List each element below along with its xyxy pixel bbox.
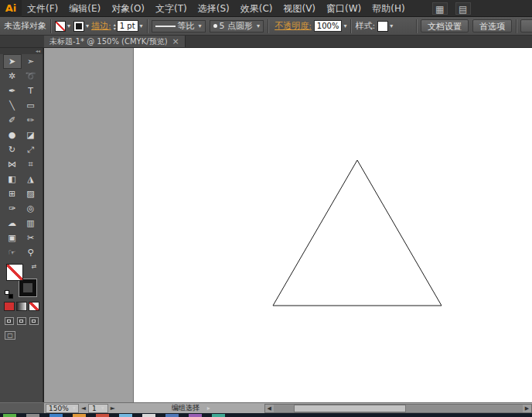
swap-fill-stroke-icon[interactable]: ⇄ — [32, 263, 37, 270]
width-tool[interactable]: ⋈ — [3, 157, 22, 172]
draw-normal-mode-icon[interactable] — [5, 317, 14, 325]
direct-selection-tool[interactable]: ➣ — [22, 54, 40, 69]
fill-dropdown-icon[interactable]: ▾ — [67, 22, 70, 29]
gradient-button[interactable] — [16, 302, 27, 311]
pen-tool[interactable]: ✒ — [3, 84, 22, 98]
preferences-button[interactable]: 首选项 — [472, 19, 512, 32]
rotate-tool[interactable]: ↻ — [3, 142, 22, 157]
menu-select[interactable]: 选择(S) — [193, 0, 235, 17]
line-segment-tool[interactable]: ╲ — [3, 98, 22, 113]
opacity-dropdown-icon[interactable]: ▾ — [343, 22, 346, 29]
artboard-tool[interactable]: ▣ — [3, 231, 22, 245]
draw-behind-mode-icon[interactable] — [17, 317, 26, 325]
type-tool[interactable]: T — [22, 84, 40, 98]
taskbar-icon-7[interactable] — [165, 414, 179, 417]
taskbar-icon-1[interactable] — [26, 414, 39, 417]
hand-tool[interactable]: ☞ — [3, 245, 22, 260]
taskbar-icon-6[interactable] — [142, 414, 155, 417]
stepper-down-icon[interactable]: ▾ — [114, 26, 116, 30]
scroll-left-icon[interactable]: ◀ — [265, 405, 274, 412]
status-display[interactable]: 编组选择 ▸ — [118, 403, 264, 413]
panel-collapse-toggle[interactable]: ◂◂ — [0, 48, 43, 54]
color-button[interactable] — [4, 302, 15, 311]
graph-tool[interactable]: ▥ — [22, 216, 40, 231]
workspace-switcher-icon[interactable]: ▤ — [455, 2, 471, 15]
menu-effect[interactable]: 效果(C) — [235, 0, 278, 17]
selection-tool[interactable]: ➤ — [3, 54, 22, 69]
windows-taskbar[interactable] — [0, 413, 532, 417]
menu-file[interactable]: 文件(F) — [22, 0, 63, 17]
rectangle-tool[interactable]: ▭ — [22, 98, 40, 113]
lasso-tool[interactable]: ➰ — [22, 69, 40, 84]
stroke-weight-input[interactable]: 1 pt — [117, 20, 138, 32]
stroke-dropdown-icon[interactable]: ▾ — [86, 22, 89, 29]
perspective-grid-tool[interactable]: ◮ — [22, 172, 40, 186]
pasteboard[interactable] — [44, 48, 133, 402]
opacity-input[interactable]: 100% — [314, 20, 343, 32]
width-profile-select[interactable]: 等比 ▾ — [152, 20, 206, 32]
style-swatch[interactable] — [377, 21, 388, 32]
symbol-sprayer-tool[interactable]: ☁ — [3, 216, 22, 231]
stroke-panel-link[interactable]: 描边: — [91, 20, 111, 32]
brush-definition-select[interactable]: 5 点圆形 ▾ — [210, 20, 264, 32]
stroke-weight-dropdown-icon[interactable]: ▾ — [140, 22, 143, 29]
taskbar-icon-2[interactable] — [49, 414, 63, 417]
scroll-right-icon[interactable]: ▶ — [523, 405, 531, 412]
stroke-weight-stepper[interactable]: ▴ ▾ — [114, 20, 116, 32]
blob-brush-tool[interactable]: ● — [3, 128, 22, 142]
menu-help[interactable]: 帮助(H) — [367, 0, 410, 17]
next-artboard-icon[interactable]: ► — [108, 405, 118, 412]
menu-object[interactable]: 对象(O) — [106, 0, 150, 17]
mesh-tool[interactable]: ⊞ — [3, 186, 22, 201]
taskbar-icon-5[interactable] — [119, 414, 132, 417]
screen-mode-icon[interactable]: ▢ — [5, 331, 15, 340]
brush-dropdown-icon[interactable]: ▾ — [257, 22, 260, 29]
triangle-shape[interactable] — [273, 160, 442, 306]
shape-builder-tool[interactable]: ◧ — [3, 172, 22, 186]
width-profile-dropdown-icon[interactable]: ▾ — [199, 22, 202, 29]
horizontal-scrollbar[interactable]: ◀ ▶ — [264, 404, 532, 413]
opacity-panel-link[interactable]: 不透明度: — [275, 20, 312, 32]
status-popup-icon[interactable]: ▸ — [207, 405, 210, 412]
fill-indicator[interactable] — [6, 264, 23, 281]
artboard-navigation-select[interactable]: 1 ▾ — [88, 404, 108, 413]
pencil-tool[interactable]: ✏ — [22, 113, 40, 128]
first-artboard-icon[interactable]: ◄ — [79, 405, 88, 412]
taskbar-icon-8[interactable] — [189, 414, 202, 417]
magic-wand-tool[interactable]: ✲ — [3, 69, 22, 84]
draw-inside-mode-icon[interactable] — [29, 317, 39, 325]
document-setup-button[interactable]: 文档设置 — [421, 19, 469, 32]
taskbar-icon-4[interactable] — [96, 414, 109, 417]
document-tab[interactable]: 未标题-1* @ 150% (CMYK/预览) × — [44, 36, 186, 47]
arrange-documents-icon[interactable]: ▦ — [432, 2, 448, 15]
zoom-dropdown-icon[interactable]: ▾ — [73, 405, 76, 412]
scrollbar-track[interactable] — [274, 405, 523, 412]
eraser-tool[interactable]: ◪ — [22, 128, 40, 142]
scale-tool[interactable]: ⤢ — [22, 142, 40, 157]
menu-edit[interactable]: 编辑(E) — [63, 0, 106, 17]
eyedropper-tool[interactable]: ✑ — [3, 201, 22, 216]
stroke-color-swatch[interactable] — [73, 21, 84, 32]
clipped-edge-button[interactable] — [520, 19, 532, 32]
menu-type[interactable]: 文字(T) — [150, 0, 193, 17]
default-fill-stroke-icon[interactable] — [5, 290, 12, 297]
fill-color-swatch[interactable] — [55, 21, 66, 32]
none-button[interactable] — [29, 302, 39, 311]
paintbrush-tool[interactable]: ✐ — [3, 113, 22, 128]
scrollbar-thumb[interactable] — [294, 405, 406, 412]
style-dropdown-icon[interactable]: ▾ — [390, 22, 393, 29]
blend-tool[interactable]: ◎ — [22, 201, 40, 216]
zoom-tool[interactable]: ⚲ — [22, 245, 40, 260]
slice-tool[interactable]: ✂ — [22, 231, 40, 245]
artboard-canvas[interactable] — [133, 48, 532, 402]
menu-view[interactable]: 视图(V) — [278, 0, 321, 17]
close-tab-icon[interactable]: × — [172, 36, 179, 46]
taskbar-icon-0[interactable] — [3, 414, 16, 417]
artboard-dropdown-icon[interactable]: ▾ — [101, 405, 104, 412]
gradient-tool[interactable]: ▨ — [22, 186, 40, 201]
menu-window[interactable]: 窗口(W) — [321, 0, 367, 17]
zoom-level-select[interactable]: 150% ▾ — [46, 404, 79, 413]
stroke-indicator[interactable] — [19, 279, 36, 296]
taskbar-icon-3[interactable] — [73, 414, 86, 417]
free-transform-tool[interactable]: ⌗ — [22, 157, 40, 172]
